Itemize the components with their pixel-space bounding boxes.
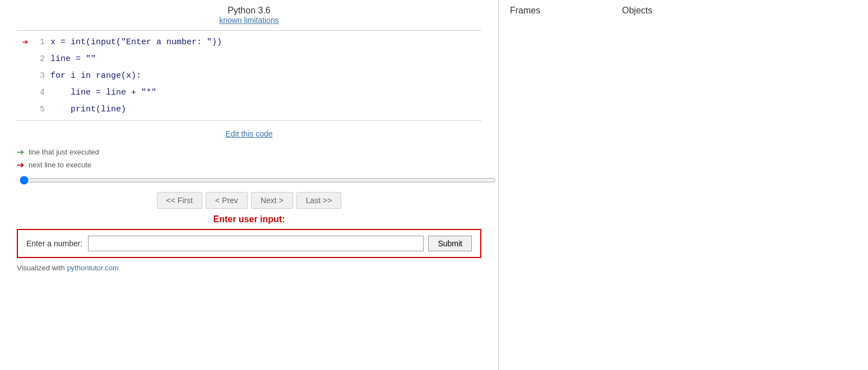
next-button[interactable]: Next > bbox=[251, 192, 293, 209]
code-header: Python 3.6 known limitations bbox=[0, 6, 498, 25]
legend-green-label: line that just executed bbox=[29, 148, 99, 156]
red-arrow-icon: ➔ bbox=[22, 37, 29, 48]
user-input-title: Enter user input: bbox=[17, 214, 481, 224]
line-code-1: x = int(input("Enter a number: ")) bbox=[50, 38, 222, 47]
legend-green: ➔ line that just executed bbox=[17, 147, 481, 157]
right-panel: Frames Objects bbox=[499, 0, 868, 370]
line-num-1: 1 bbox=[34, 38, 50, 47]
line-num-3: 3 bbox=[34, 71, 50, 81]
objects-header: Objects bbox=[622, 6, 857, 16]
pythontutor-link[interactable]: pythontutor.com bbox=[67, 264, 119, 272]
user-input-field[interactable] bbox=[88, 236, 424, 251]
first-button[interactable]: << First bbox=[157, 192, 202, 209]
line-code-2: line = "" bbox=[50, 54, 96, 64]
nav-buttons: << First < Prev Next > Last >> bbox=[0, 192, 498, 209]
input-box: Enter a number: Submit bbox=[17, 229, 481, 258]
code-line-3: 3 for i in range(x): bbox=[17, 67, 481, 84]
frames-section: Frames bbox=[510, 6, 622, 364]
line-num-2: 2 bbox=[34, 54, 50, 64]
line-code-4: line = line + "*" bbox=[50, 88, 156, 97]
code-area: ➔ 1 x = int(input("Enter a number: ")) 2… bbox=[17, 30, 481, 121]
submit-button[interactable]: Submit bbox=[428, 236, 472, 251]
line-num-5: 5 bbox=[34, 105, 50, 114]
code-line-2: 2 line = "" bbox=[17, 50, 481, 67]
footer: Visualized with pythontutor.com bbox=[17, 264, 481, 272]
step-slider[interactable] bbox=[20, 176, 496, 185]
prev-button[interactable]: < Prev bbox=[206, 192, 248, 209]
user-input-section: Enter user input: Enter a number: Submit bbox=[17, 214, 481, 258]
code-line-4: 4 line = line + "*" bbox=[17, 84, 481, 101]
slider-container bbox=[17, 176, 481, 186]
frames-header: Frames bbox=[510, 6, 622, 16]
green-arrow-icon: ➔ bbox=[17, 147, 24, 157]
footer-text: Visualized with bbox=[17, 264, 67, 272]
objects-section: Objects bbox=[622, 6, 857, 364]
python-version-title: Python 3.6 bbox=[0, 6, 498, 16]
legend-red: ➔ next line to execute bbox=[17, 160, 481, 170]
edit-code-link[interactable]: Edit this code bbox=[225, 129, 272, 138]
code-line-5: 5 print(line) bbox=[17, 101, 481, 118]
last-button[interactable]: Last >> bbox=[296, 192, 342, 209]
line-num-4: 4 bbox=[34, 88, 50, 97]
code-line-1: ➔ 1 x = int(input("Enter a number: ")) bbox=[17, 34, 481, 50]
known-limitations-link[interactable]: known limitations bbox=[219, 16, 279, 25]
red-arrow-legend-icon: ➔ bbox=[17, 160, 24, 170]
line-code-5: print(line) bbox=[50, 105, 126, 114]
line1-arrow: ➔ bbox=[17, 36, 34, 48]
line-code-3: for i in range(x): bbox=[50, 71, 141, 81]
edit-link-container: Edit this code bbox=[0, 129, 498, 138]
legend-red-label: next line to execute bbox=[29, 161, 91, 169]
legend: ➔ line that just executed ➔ next line to… bbox=[17, 147, 481, 170]
input-prompt-label: Enter a number: bbox=[26, 239, 82, 248]
